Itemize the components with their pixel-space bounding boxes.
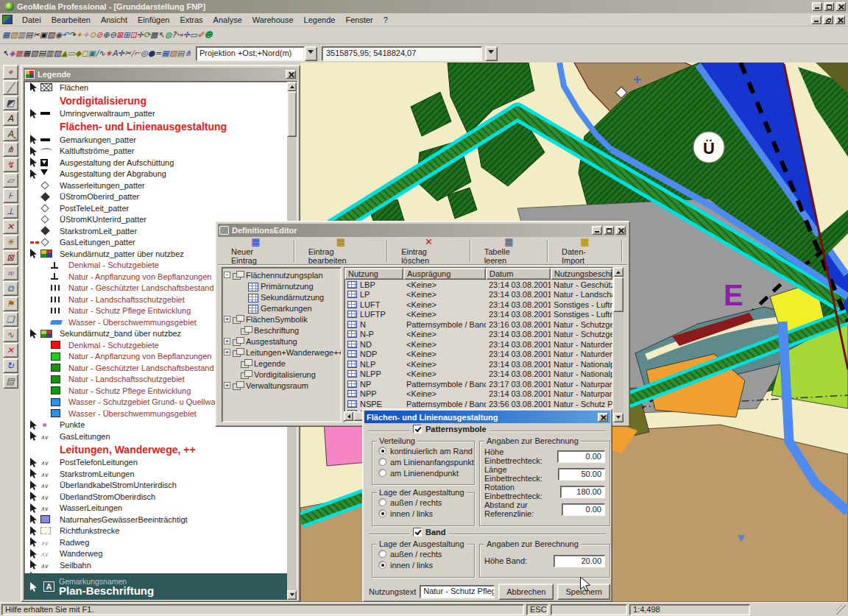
- functional-attributes-button[interactable]: ▨: [54, 49, 61, 58]
- radio-option[interactable]: kontinuierlich am Rand: [372, 445, 474, 456]
- table-row[interactable]: NPP <Keine> 23:14 03.08.2001 Natur - Nat…: [344, 389, 612, 400]
- tree-node-legende[interactable]: Legende: [224, 358, 339, 369]
- split-tool-button[interactable]: ⋔: [185, 49, 191, 58]
- table-row[interactable]: NSPE Patternsymbole / Band 23:56 03.08.2…: [344, 399, 612, 409]
- join-tables-button[interactable]: ▦: [23, 49, 30, 58]
- legend-item[interactable]: Wasserleitungen_patter: [24, 180, 287, 191]
- insert-vertex-button[interactable]: ∗: [105, 49, 112, 58]
- table-row[interactable]: LUFT <Keine> 23:14 03.08.2001 Sonstiges …: [344, 300, 612, 310]
- new-entry-button[interactable]: ▦ Neuer Eintrag: [222, 236, 289, 266]
- radio-option[interactable]: am Linienanfangspunkt: [372, 456, 474, 467]
- menu-item[interactable]: Datei: [17, 14, 46, 26]
- delete-vertex-button[interactable]: ✕: [3, 219, 18, 234]
- open-geoworkspace-button[interactable]: ▧: [10, 30, 17, 40]
- dialog-close-icon[interactable]: [598, 413, 608, 422]
- draw-donut-button[interactable]: ◎: [141, 49, 148, 58]
- table-row[interactable]: NP Patternsymbole / Band 23:17 03.08.200…: [344, 379, 612, 389]
- radio-icon[interactable]: [378, 561, 386, 569]
- menu-item[interactable]: Ansicht: [96, 14, 132, 26]
- radio-option[interactable]: am Linienendpunkt: [372, 467, 474, 478]
- draw-polyline-button[interactable]: ∿: [99, 49, 105, 58]
- edit-entry-button[interactable]: ▦ Eintrag bearbeiten: [300, 236, 382, 266]
- tree-node-gemarkungen[interactable]: Gemarkungen: [224, 302, 339, 314]
- legend-item[interactable]: Vordigitalisierung: [24, 93, 287, 108]
- menu-item[interactable]: Einfügen: [132, 14, 174, 26]
- clear-table-button[interactable]: ▦ Tabelle leeren: [476, 236, 543, 266]
- delete-entry-button[interactable]: ✕ Eintrag löschen: [392, 236, 465, 266]
- redo-button[interactable]: ↷: [68, 30, 75, 40]
- menu-item[interactable]: ?: [378, 14, 393, 26]
- menu-item[interactable]: Warehouse: [247, 14, 299, 26]
- radio-option[interactable]: außen / rechts: [372, 548, 474, 559]
- dialog-title-bar[interactable]: Flächen- und Linienausgestaltung: [364, 411, 610, 423]
- table-row[interactable]: N-P <Keine> 23:14 03.08.2001 Natur - Sch…: [344, 330, 612, 340]
- area-tool-button[interactable]: ▱: [3, 173, 18, 188]
- nutzungstext-input[interactable]: Natur - Schutz Pflege: [420, 585, 495, 598]
- aggregate-table-button[interactable]: ▥: [46, 49, 53, 58]
- perpendicular-tool-button[interactable]: ⊥: [3, 204, 18, 219]
- tree-node-flaechennutzungsplan[interactable]: - Flächennutzungsplan: [224, 269, 339, 280]
- edit-sketch-button[interactable]: ✐: [197, 30, 204, 40]
- legend-title-bar[interactable]: Legende: [24, 68, 297, 81]
- menu-item[interactable]: Fenster: [340, 14, 378, 26]
- zoom-in-button[interactable]: ⊕: [103, 30, 110, 40]
- radio-option[interactable]: außen / rechts: [372, 497, 474, 508]
- zoom-selected-button[interactable]: ⊠: [116, 30, 123, 40]
- radio-icon[interactable]: [378, 550, 386, 558]
- relate-tool-button[interactable]: ∞: [3, 266, 18, 280]
- maximize-button[interactable]: [824, 2, 834, 11]
- area-snap-button[interactable]: ▧: [169, 49, 177, 58]
- tree-node-primaernutzung[interactable]: Primärnutzung: [224, 280, 339, 291]
- fit-all-button[interactable]: ⊞: [123, 30, 130, 40]
- column-header-datum[interactable]: Datum: [486, 268, 551, 280]
- filter-table-button[interactable]: ▤: [38, 49, 46, 58]
- insert-interactive-button[interactable]: ▣: [88, 49, 96, 58]
- tree-node-vordigitalisierung[interactable]: Vordigitalisierung: [224, 369, 339, 380]
- table-row[interactable]: LP <Keine> 23:14 03.08.2001 Natur - Land…: [344, 290, 612, 300]
- editor-maximize-button[interactable]: [604, 226, 614, 235]
- properties-button[interactable]: ▩: [150, 30, 158, 40]
- child-minimize-button[interactable]: [811, 15, 822, 24]
- cut-button[interactable]: ✂: [33, 30, 40, 40]
- table-row[interactable]: N Patternsymbole / Band 23:16 03.08.2001…: [344, 319, 612, 330]
- resize-grip[interactable]: [836, 605, 846, 615]
- map-window-button[interactable]: ▩: [15, 49, 23, 58]
- legend-item[interactable]: ÜStromOberird_patter: [24, 191, 287, 203]
- flag-tool-button[interactable]: ⚑: [3, 297, 18, 311]
- legend-item[interactable]: NaturnahesGewässerBeeinträchtigt: [24, 514, 287, 525]
- legend-item[interactable]: WasserLeitungen: [24, 503, 287, 514]
- pan-button[interactable]: ✛: [137, 30, 144, 40]
- child-restore-button[interactable]: [823, 15, 833, 24]
- save-geoworkspace-button[interactable]: ▥: [18, 30, 25, 40]
- legend-item[interactable]: ÜberlandkabelStromUnterirdisch: [24, 480, 287, 492]
- numeric-input[interactable]: 0.00: [562, 503, 605, 516]
- legend-item[interactable]: Leitungen, Wanderwege, ++: [24, 442, 287, 457]
- radio-icon[interactable]: [378, 447, 386, 455]
- scrollbar-thumb[interactable]: [613, 277, 623, 312]
- insert-area-feature-button[interactable]: ▲: [61, 49, 67, 58]
- radio-icon[interactable]: [378, 458, 386, 466]
- scroll-down-icon[interactable]: [613, 413, 623, 422]
- add-query-button[interactable]: ✦: [76, 30, 82, 40]
- highlight-off-button[interactable]: ⊘: [96, 30, 102, 40]
- print-button[interactable]: ▤: [25, 30, 32, 40]
- table-row[interactable]: LBP <Keine> 23:14 03.08.2001 Natur - Ges…: [344, 280, 612, 290]
- offset-tool-button[interactable]: ⊦: [3, 188, 18, 203]
- sketch-tool-button[interactable]: ╱: [3, 80, 18, 95]
- copy-button[interactable]: ▣: [40, 30, 47, 40]
- legend-item[interactable]: Richtfunkstrecke: [24, 525, 287, 537]
- close-button[interactable]: [835, 2, 846, 11]
- column-header-auspraegung[interactable]: Ausprägung: [403, 268, 486, 280]
- menu-item[interactable]: Legende: [299, 14, 341, 26]
- column-header-nutzung[interactable]: Nutzung: [344, 268, 403, 280]
- table-row[interactable]: NLPP <Keine> 23:14 03.08.2001 Natur - Na…: [344, 369, 612, 380]
- digitize-tool-button[interactable]: ⌖: [3, 65, 18, 79]
- trim-tool-button[interactable]: ↪: [176, 30, 183, 40]
- legend-item[interactable]: Flächen: [24, 82, 287, 93]
- legend-item[interactable]: Wanderweg: [24, 548, 287, 560]
- legend-item[interactable]: Umringverwaltraum_patter: [24, 108, 287, 120]
- tree-expander-icon[interactable]: +: [224, 382, 230, 389]
- select-tool-button[interactable]: ↖: [2, 49, 9, 58]
- column-header-nutzungsbeschreibung[interactable]: Nutzungsbeschrei: [551, 268, 612, 280]
- add-thematic-button[interactable]: ✧: [82, 30, 89, 40]
